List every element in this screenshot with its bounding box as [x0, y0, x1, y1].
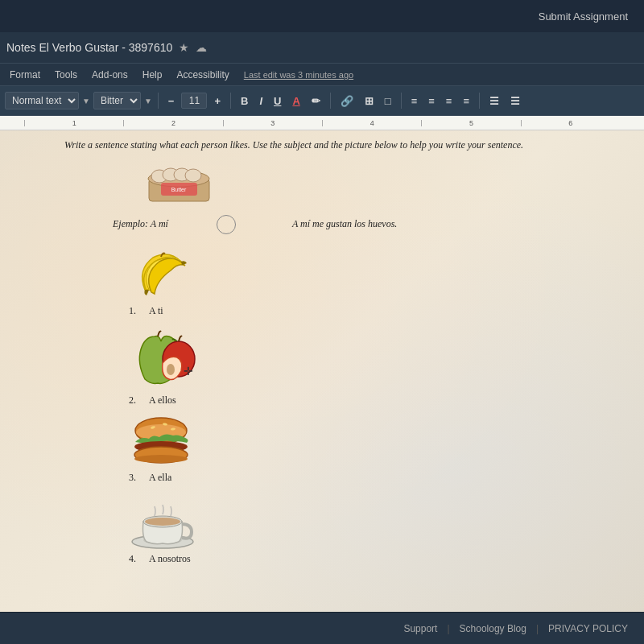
svg-text:Butter: Butter: [171, 187, 187, 192]
italic-button[interactable]: I: [255, 93, 266, 109]
star-icon[interactable]: ★: [179, 41, 189, 54]
font-size-decrease-button[interactable]: −: [164, 93, 179, 109]
item4-row: 4. A nosotros: [129, 553, 205, 565]
burger-image: [129, 416, 193, 469]
footer: Support | Schoology Blog | PRIVACY POLIC…: [0, 612, 644, 644]
menu-help[interactable]: Help: [136, 68, 169, 82]
move-cursor-icon: ✛: [184, 365, 193, 378]
item3-number: 3.: [129, 472, 149, 484]
line-spacing-button[interactable]: ☰: [485, 93, 503, 109]
cloud-icon: ☁: [196, 41, 207, 54]
toolbar: Normal text ▼ Bitter ▼ − + B I U A ✏ 🔗 ⊞…: [0, 85, 644, 116]
last-edit-text: Last edit was 3 minutes ago: [244, 70, 353, 80]
separator-5: [479, 93, 480, 109]
list-button[interactable]: ☰: [506, 93, 524, 109]
item2-label: A ellos: [149, 394, 205, 407]
example-prompt: Ejemplo: A mí: [113, 218, 168, 230]
svg-point-5: [185, 169, 201, 182]
svg-point-21: [145, 518, 180, 526]
ruler: 1 2 3 4 5 6: [0, 116, 644, 130]
align-left-button[interactable]: ≡: [407, 93, 422, 109]
ruler-tick-2: 2: [123, 120, 222, 126]
example-answer: A mí me gustan los huevos.: [292, 218, 397, 230]
ruler-tick-4: 4: [322, 120, 421, 126]
item1-label: A ti: [149, 305, 205, 317]
submit-assignment-button[interactable]: Submit Assignment: [530, 7, 636, 26]
font-size-increase-button[interactable]: +: [210, 93, 225, 109]
item2-row: 2. A ellos: [129, 394, 205, 407]
separator-4: [401, 93, 402, 109]
footer-privacy-link[interactable]: PRIVACY POLICY: [548, 623, 628, 634]
example-answer-row: Ejemplo: A mí A mí me gustan los huevos.: [113, 215, 580, 234]
ruler-tick-3: 3: [223, 120, 322, 126]
apple-image: ✛: [129, 327, 201, 391]
menu-accessibility[interactable]: Accessibility: [170, 68, 235, 82]
footer-sep-1: |: [447, 623, 449, 634]
menu-bar: Format Tools Add-ons Help Accessibility …: [0, 63, 644, 85]
blank-circle: [217, 215, 236, 234]
egg-carton-container: Butter: [145, 159, 213, 207]
separator-2: [230, 93, 231, 109]
item3-container: 3. A ella: [129, 416, 580, 487]
align-right-button[interactable]: ≡: [442, 93, 456, 109]
document-title: Notes El Verbo Gustar - 3897610: [6, 41, 172, 54]
burger-image-container: [129, 416, 193, 472]
teacup-image-container: [129, 493, 201, 553]
ruler-tick-6: 6: [521, 120, 620, 126]
item4-container: 4. A nosotros: [129, 493, 580, 568]
item3-label: A ella: [149, 472, 205, 484]
item1-row: 1. A ti: [129, 305, 205, 317]
example-row: Butter: [145, 159, 580, 207]
teacup-image: [129, 493, 201, 550]
image-button[interactable]: □: [381, 93, 395, 109]
underline-button[interactable]: U: [270, 93, 285, 109]
link-button[interactable]: 🔗: [336, 93, 357, 109]
menu-addons[interactable]: Add-ons: [85, 68, 134, 82]
item2-number: 2.: [129, 394, 149, 407]
item1-container: 1. A ti: [129, 246, 580, 320]
bold-button[interactable]: B: [237, 93, 252, 109]
text-style-select[interactable]: Normal text: [5, 92, 79, 109]
banana-image: [129, 246, 193, 302]
document-content: Write a sentence stating what each perso…: [48, 130, 596, 612]
align-center-button[interactable]: ≡: [424, 93, 439, 109]
item1-number: 1.: [129, 305, 149, 317]
document-area[interactable]: Write a sentence stating what each perso…: [0, 130, 644, 612]
banana-image-container: [129, 246, 193, 305]
svg-point-9: [167, 364, 175, 375]
menu-format[interactable]: Format: [3, 68, 47, 82]
apple-image-container: ✛: [129, 327, 201, 394]
menu-tools[interactable]: Tools: [48, 68, 84, 82]
footer-sep-2: |: [536, 623, 539, 634]
svg-point-17: [134, 455, 188, 463]
separator-3: [330, 93, 331, 109]
pencil-icon[interactable]: ✏: [308, 93, 324, 109]
table-button[interactable]: ⊞: [361, 93, 378, 109]
instruction-text: Write a sentence stating what each perso…: [64, 138, 580, 152]
title-bar: Notes El Verbo Gustar - 3897610 ★ ☁: [0, 32, 644, 63]
egg-carton-image: Butter: [145, 159, 213, 207]
item2-container: ✛ 2. A ellos: [129, 327, 580, 410]
text-color-button[interactable]: A: [288, 93, 303, 109]
item3-row: 3. A ella: [129, 472, 205, 484]
ruler-tick-5: 5: [421, 120, 520, 126]
ruler-ticks: 1 2 3 4 5 6: [24, 120, 620, 126]
font-select[interactable]: Bitter: [93, 92, 141, 109]
top-bar: Submit Assignment: [0, 0, 644, 32]
footer-schoology-link[interactable]: Schoology Blog: [460, 623, 526, 634]
font-size-input[interactable]: [181, 93, 207, 109]
item4-label: A nosotros: [149, 553, 205, 565]
align-justify-button[interactable]: ≡: [459, 93, 473, 109]
item4-number: 4.: [129, 553, 149, 565]
separator-1: [158, 93, 159, 109]
footer-support-link[interactable]: Support: [403, 623, 437, 634]
ruler-tick-1: 1: [24, 120, 123, 126]
